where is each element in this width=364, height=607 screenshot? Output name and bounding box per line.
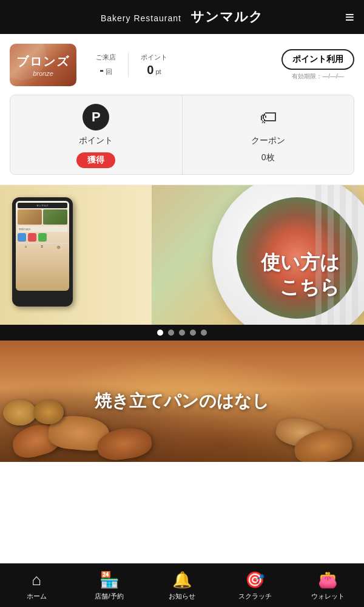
dot-3[interactable]	[179, 330, 185, 336]
visit-label: ご来店	[96, 53, 116, 62]
bottom-nav: ⌂ ホーム 🏪 店舗/予約 🔔 お知らせ 🎯 スクラッチ 👛 ウォレット	[0, 563, 364, 607]
visit-value: -	[99, 63, 104, 77]
nav-scratch[interactable]: 🎯 スクラッチ	[218, 571, 291, 601]
news-label: お知らせ	[169, 592, 195, 601]
phone-screen: サンマルク 料理の紹介 ⌂ ≡ ◎	[16, 201, 69, 291]
point-value-row: 0 pt	[147, 63, 161, 77]
usage-text-overlay: 使い方は こちら	[261, 250, 340, 300]
menu-button[interactable]: ≡	[345, 8, 354, 27]
point-icon: P	[83, 104, 109, 131]
wallet-label: ウォレット	[311, 592, 345, 601]
visit-unit: 回	[106, 67, 112, 76]
bread-text: 焼き立てパンのはなし	[95, 390, 269, 413]
coupon-box[interactable]: 🏷 クーポン 0枚	[183, 95, 354, 174]
wallet-icon: 👛	[318, 571, 337, 589]
point-use-button[interactable]: ポイント利用	[281, 49, 354, 70]
scratch-icon: 🎯	[245, 571, 265, 589]
bread-banner[interactable]: 焼き立てパンのはなし	[0, 341, 364, 462]
app-header: Bakery Restaurant サンマルク ≡	[0, 0, 364, 34]
point-unit: pt	[155, 68, 161, 75]
coupon-count-value: 0	[261, 152, 266, 162]
usage-banner[interactable]: サンマルク 料理の紹介 ⌂ ≡ ◎ 使い方は こ	[0, 185, 364, 325]
banner-dots	[0, 325, 364, 341]
phone-mockup: サンマルク 料理の紹介 ⌂ ≡ ◎	[12, 197, 73, 307]
nav-home[interactable]: ⌂ ホーム	[0, 571, 73, 601]
visit-block: ご来店 - 回	[86, 53, 126, 77]
nav-wallet[interactable]: 👛 ウォレット	[291, 571, 364, 601]
point-box-label: ポイント	[79, 135, 113, 146]
home-icon: ⌂	[32, 571, 41, 589]
nav-news[interactable]: 🔔 お知らせ	[146, 571, 218, 601]
dot-5[interactable]	[201, 330, 207, 336]
usage-text-line1: 使い方は	[261, 250, 340, 276]
scratch-label: スクラッチ	[238, 592, 272, 601]
bell-icon: 🔔	[172, 571, 192, 589]
store-label: 店舗/予約	[95, 592, 123, 601]
acquire-button[interactable]: 獲得	[76, 152, 115, 168]
member-info-group: ご来店 - 回 ポイント 0 pt	[86, 53, 177, 77]
point-value: 0	[147, 63, 153, 77]
point-label: ポイント	[141, 53, 167, 62]
member-row: ブロンズ bronze ご来店 - 回 ポイント 0 pt	[10, 44, 354, 86]
coupon-box-label: クーポン	[251, 135, 285, 146]
usage-text-line2: こちら	[261, 275, 340, 300]
coupon-icon: 🏷	[255, 104, 281, 131]
point-block: ポイント 0 pt	[131, 53, 177, 77]
point-coupon-row: P ポイント 獲得 🏷 クーポン 0枚	[10, 95, 354, 175]
dot-4[interactable]	[190, 330, 196, 336]
brand-name-en: Bakery Restaurant	[101, 13, 181, 23]
store-icon: 🏪	[99, 571, 119, 589]
point-box[interactable]: P ポイント 獲得	[10, 95, 183, 174]
visit-value-row: - 回	[99, 63, 112, 77]
divider-1	[128, 53, 129, 77]
expiry-text: 有効期限：—/—/—	[292, 72, 344, 81]
nav-store[interactable]: 🏪 店舗/予約	[73, 571, 146, 601]
rank-label-en: bronze	[33, 70, 53, 77]
rank-label: ブロンズ	[16, 53, 70, 70]
header-title: Bakery Restaurant サンマルク	[101, 8, 263, 26]
dot-2[interactable]	[168, 330, 174, 336]
member-card: ブロンズ bronze	[10, 44, 76, 86]
dot-1[interactable]	[157, 330, 163, 336]
point-btn-area: ポイント利用 有効期限：—/—/—	[281, 49, 354, 81]
coupon-count-unit: 枚	[266, 152, 275, 162]
member-section: ブロンズ bronze ご来店 - 回 ポイント 0 pt	[0, 34, 364, 185]
coupon-count: 0枚	[261, 152, 275, 163]
brand-name-jp: サンマルク	[190, 9, 263, 24]
home-label: ホーム	[27, 592, 47, 601]
